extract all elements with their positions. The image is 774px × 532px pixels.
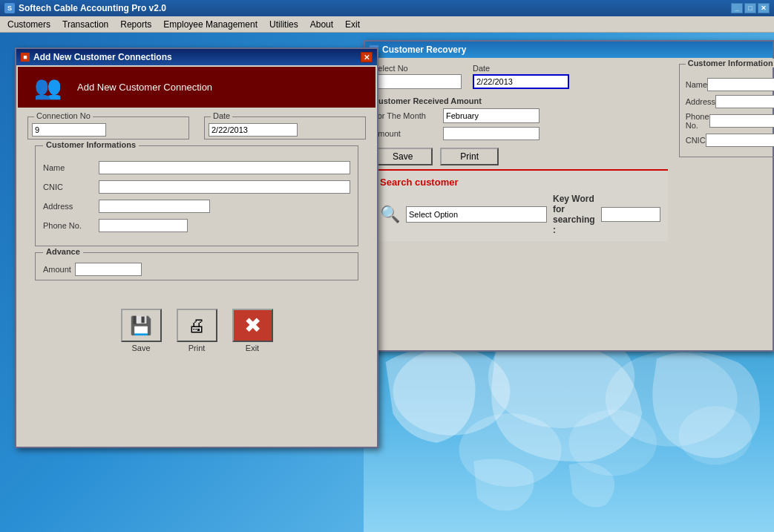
select-no-combo[interactable] <box>373 74 462 89</box>
cr-phone-row: Phone No. <box>686 112 774 130</box>
received-label: Customer Received Amount <box>373 96 668 105</box>
cr-buttons: Save Print <box>373 148 668 165</box>
select-no-label: Select No <box>373 64 462 73</box>
main-background: ■ Add New Customer Connections ✕ 👥 Add N… <box>0 33 774 532</box>
title-bar: S Softech Cable Accounting Pro v2.0 _ □ … <box>0 0 774 16</box>
exit-button[interactable]: ✖ Exit <box>232 309 273 352</box>
menu-employee-management[interactable]: Employee Management <box>157 16 263 32</box>
cr-left-panel: Select No Date Customer Receive <box>373 64 668 241</box>
print-label: Print <box>188 344 206 352</box>
menu-transaction[interactable]: Transaction <box>56 16 114 32</box>
cr-info-panel-label: Customer Information <box>686 59 774 68</box>
cr-date-label: Date <box>473 64 569 73</box>
advance-label: Advance <box>43 247 83 256</box>
cr-cnic-input[interactable] <box>706 134 774 147</box>
customer-info-section-label: Customer Informations <box>43 140 139 149</box>
cr-window: Customer Recovery Select No <box>364 40 774 352</box>
cr-name-row: Name <box>686 78 774 91</box>
cr-address-label: Address <box>686 97 715 106</box>
ancc-title-icon: ■ <box>21 53 30 62</box>
advance-amount-input[interactable] <box>75 263 142 276</box>
connection-no-label: Connection No <box>34 111 93 120</box>
menu-exit[interactable]: Exit <box>339 16 366 32</box>
select-no-group: Select No <box>373 64 462 89</box>
search-section: Search customer 🔍 Select Option Key Word… <box>373 169 668 241</box>
keyword-label: Key Word for searching : <box>553 194 595 235</box>
cr-name-input[interactable] <box>707 78 774 91</box>
menu-utilities[interactable]: Utilities <box>263 16 304 32</box>
cnic-label: CNIC <box>43 183 99 191</box>
month-label: For The Month <box>373 111 439 120</box>
advance-section: Advance Amount <box>35 252 358 280</box>
search-title: Search customer <box>380 177 660 188</box>
name-input[interactable] <box>99 161 350 174</box>
search-combo[interactable]: Select Option <box>406 206 547 223</box>
amount-row: Amount <box>373 127 668 140</box>
ancc-header: 👥 Add New Customer Connection <box>18 67 375 108</box>
save-button[interactable]: 💾 Save <box>121 309 162 352</box>
cr-title: Customer Recovery <box>382 45 466 55</box>
connection-date-row: Connection No Date <box>27 116 366 139</box>
cr-phone-input[interactable] <box>709 114 774 128</box>
date-label: Date <box>211 111 232 120</box>
phone-input[interactable] <box>99 219 188 232</box>
cr-name-label: Name <box>686 80 707 89</box>
title-bar-controls: _ □ ✕ <box>731 3 770 13</box>
exit-label: Exit <box>246 344 259 352</box>
cr-date-group: Date <box>473 64 569 89</box>
cr-cnic-label: CNIC <box>686 136 706 145</box>
menu-customers[interactable]: Customers <box>1 16 56 32</box>
ancc-window: ■ Add New Customer Connections ✕ 👥 Add N… <box>15 47 378 448</box>
exit-icon-box: ✖ <box>232 309 273 342</box>
print-button[interactable]: 🖨 Print <box>177 309 217 352</box>
avatar-group: 👥 <box>29 70 66 104</box>
maximize-button[interactable]: □ <box>744 3 756 13</box>
ancc-header-title: Add New Customer Connection <box>77 82 212 93</box>
exit-icon: ✖ <box>244 313 261 338</box>
close-button[interactable]: ✕ <box>758 3 770 13</box>
month-combo[interactable]: February January March April May June Ju… <box>443 108 539 123</box>
select-no-combo-wrapper <box>373 74 462 89</box>
cr-date-input[interactable] <box>473 74 569 89</box>
address-label: Address <box>43 202 99 211</box>
cr-print-button[interactable]: Print <box>440 148 499 165</box>
month-combo-wrapper: February January March April May June Ju… <box>443 108 539 123</box>
address-input[interactable] <box>99 200 210 213</box>
phone-label: Phone No. <box>43 221 99 230</box>
menu-bar: Customers Transaction Reports Employee M… <box>0 16 774 33</box>
app-icon: S <box>4 3 15 13</box>
date-input[interactable] <box>209 123 298 137</box>
cr-cnic-row: CNIC <box>686 134 774 147</box>
ancc-close-button[interactable]: ✕ <box>361 52 373 62</box>
avatar-icon: 👥 <box>34 74 62 100</box>
menu-about[interactable]: About <box>304 16 339 32</box>
search-row: 🔍 Select Option Key Word for searching : <box>380 194 660 235</box>
amount-label: Amount <box>373 129 439 138</box>
print-icon-box: 🖨 <box>177 309 217 342</box>
cr-save-button[interactable]: Save <box>373 148 433 165</box>
advance-amount-label: Amount <box>43 265 71 274</box>
action-buttons-row: 💾 Save 🖨 Print ✖ Exit <box>16 305 377 356</box>
minimize-button[interactable]: _ <box>731 3 743 13</box>
search-combo-wrapper: Select Option <box>406 206 547 223</box>
name-row: Name <box>43 161 350 174</box>
cr-address-input[interactable] <box>715 95 774 108</box>
amount-input[interactable] <box>443 127 539 140</box>
connection-no-input[interactable] <box>32 123 106 137</box>
menu-reports[interactable]: Reports <box>114 16 157 32</box>
date-group: Date <box>204 116 366 139</box>
cr-phone-label: Phone No. <box>686 112 709 130</box>
month-row: For The Month February January March Apr… <box>373 108 668 123</box>
customer-info-section: Customer Informations Name CNIC Address … <box>35 145 358 246</box>
ancc-title-bar: ■ Add New Customer Connections ✕ <box>16 49 377 65</box>
cr-title-bar: Customer Recovery <box>365 42 773 58</box>
name-label: Name <box>43 163 99 172</box>
cr-main-content: Select No Date Customer Receive <box>365 58 773 247</box>
phone-row: Phone No. <box>43 219 350 232</box>
connection-no-group: Connection No <box>27 116 189 139</box>
address-row: Address <box>43 200 350 213</box>
cr-info-panel: Customer Information Name Address Phone … <box>679 64 774 157</box>
search-input[interactable] <box>601 207 660 222</box>
cnic-input[interactable] <box>99 180 350 194</box>
app-title: Softech Cable Accounting Pro v2.0 <box>19 3 166 13</box>
